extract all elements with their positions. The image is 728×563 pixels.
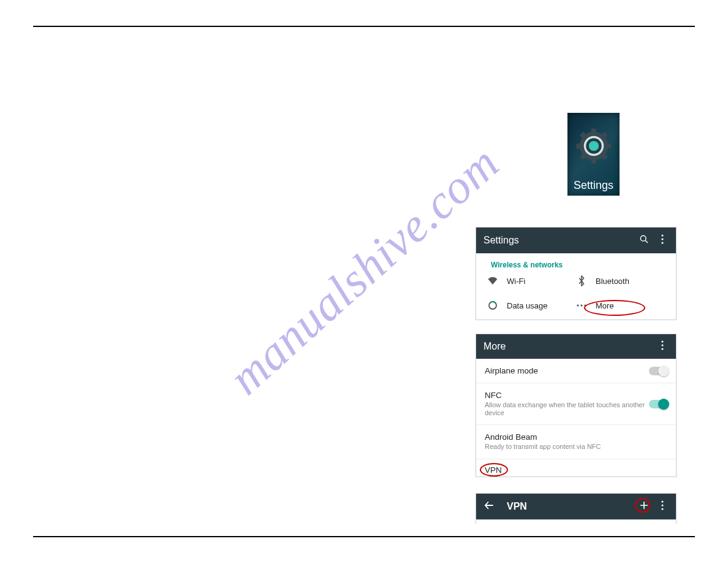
settings-card: Settings Wireless & networks Wi-Fi Bluet… <box>476 227 677 320</box>
svg-rect-3 <box>576 144 581 148</box>
svg-point-28 <box>661 504 663 506</box>
search-icon[interactable] <box>638 234 650 247</box>
airplane-mode-label: Airplane mode <box>485 366 649 375</box>
vpn-label: VPN <box>485 465 667 475</box>
airplane-mode-toggle[interactable] <box>649 367 667 375</box>
more-label: More <box>596 301 614 310</box>
svg-point-19 <box>580 304 582 306</box>
section-header-wireless: Wireless & networks <box>476 253 676 275</box>
vpn-appbar: VPN <box>476 494 676 519</box>
svg-point-15 <box>661 238 663 240</box>
android-beam-subtitle: Ready to transmit app content via NFC <box>485 443 667 451</box>
more-card: More Airplane mode NFC Allow data exchan… <box>476 334 677 477</box>
bluetooth-label: Bluetooth <box>596 277 629 286</box>
settings-item-data-usage[interactable]: Data usage <box>487 300 576 311</box>
svg-rect-2 <box>591 158 596 163</box>
svg-point-20 <box>584 304 586 306</box>
wifi-icon <box>487 275 498 286</box>
row-nfc[interactable]: NFC Allow data exchange when the tablet … <box>476 383 676 425</box>
svg-point-12 <box>640 236 646 241</box>
gear-icon <box>567 113 620 179</box>
settings-appbar-title: Settings <box>483 235 632 246</box>
bluetooth-icon <box>576 275 587 286</box>
svg-point-23 <box>661 348 663 350</box>
data-usage-icon <box>487 300 498 311</box>
android-beam-label: Android Beam <box>485 432 667 442</box>
settings-item-wifi[interactable]: Wi-Fi <box>487 275 576 286</box>
row-android-beam[interactable]: Android Beam Ready to transmit app conte… <box>476 425 676 459</box>
row-airplane-mode[interactable]: Airplane mode <box>476 359 676 383</box>
svg-point-16 <box>661 242 663 243</box>
overflow-icon[interactable] <box>656 500 669 513</box>
settings-app-icon[interactable]: Settings <box>567 113 620 196</box>
overflow-icon[interactable] <box>656 234 669 247</box>
settings-item-bluetooth[interactable]: Bluetooth <box>576 275 665 286</box>
settings-app-label: Settings <box>574 179 613 192</box>
add-icon[interactable] <box>638 500 650 513</box>
settings-item-more[interactable]: More <box>576 300 665 311</box>
svg-point-11 <box>588 141 598 151</box>
svg-point-22 <box>661 344 663 346</box>
svg-rect-1 <box>591 129 596 134</box>
row-vpn[interactable]: VPN <box>476 459 676 482</box>
svg-point-18 <box>577 304 578 306</box>
more-appbar: More <box>476 334 676 359</box>
more-appbar-title: More <box>483 341 650 352</box>
overflow-icon[interactable] <box>656 340 669 353</box>
svg-point-27 <box>661 500 663 502</box>
back-icon[interactable] <box>483 500 496 514</box>
vpn-body <box>476 519 676 524</box>
svg-line-13 <box>645 240 648 243</box>
svg-point-14 <box>661 234 663 236</box>
vpn-appbar-title: VPN <box>507 501 632 512</box>
vpn-card: VPN <box>476 493 677 524</box>
wifi-label: Wi-Fi <box>507 277 525 286</box>
svg-rect-4 <box>606 144 611 148</box>
nfc-toggle[interactable] <box>649 400 667 408</box>
settings-appbar: Settings <box>476 228 676 253</box>
nfc-label: NFC <box>485 391 649 400</box>
more-icon <box>576 300 587 311</box>
svg-point-29 <box>661 508 663 510</box>
data-usage-label: Data usage <box>507 301 548 310</box>
nfc-subtitle: Allow data exchange when the tablet touc… <box>485 401 649 417</box>
svg-point-21 <box>661 340 663 342</box>
